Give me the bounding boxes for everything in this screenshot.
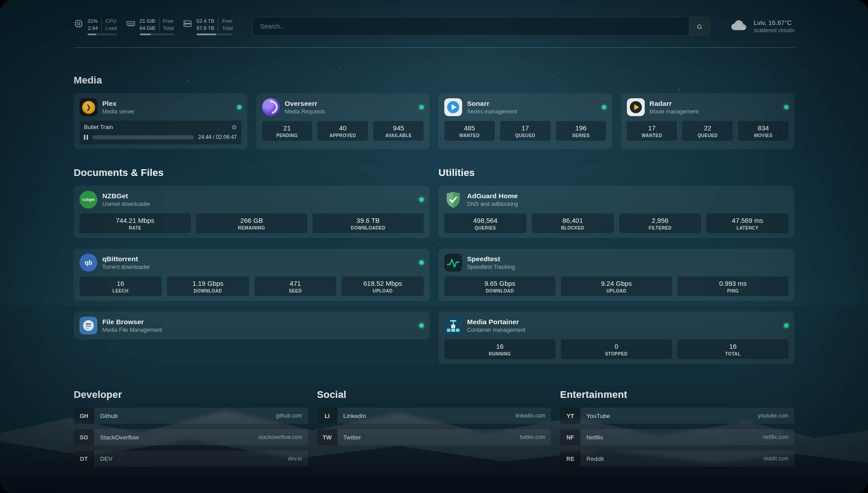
entertainment-section-title: Entertainment [560, 389, 794, 401]
stat-label: DOWNLOAD [446, 288, 554, 294]
stat-label: PENDING [264, 133, 311, 138]
cpu-widget: 31% CPU 2.94 Load [74, 17, 117, 35]
memory-progress-fill [140, 33, 151, 35]
search-input[interactable] [253, 17, 689, 35]
service-card-qbittorrent[interactable]: qb qBittorrent Torrent downloader 16 LEE… [74, 249, 430, 301]
service-card-filebrowser[interactable]: File Browser Media File Management [74, 312, 430, 339]
bookmark-dev[interactable]: DT DEV dev.to [74, 451, 308, 467]
status-dot [784, 323, 789, 328]
stat-queued: 22 QUEUED [682, 121, 733, 141]
stat-value: 39.6 TB [314, 216, 422, 225]
stat-label: FILTERED [621, 225, 700, 231]
stat-label: QUEUED [502, 133, 549, 138]
sonarr-icon [444, 98, 462, 116]
social-section-title: Social [317, 389, 551, 401]
service-card-nzbget[interactable]: nzbget NZBGet Usenet downloader 744.21 M… [74, 186, 430, 238]
radarr-icon [627, 98, 645, 116]
stat-label: LATENCY [708, 225, 787, 231]
bookmark-netflix[interactable]: NF Netflix netflix.com [560, 429, 794, 445]
middle-columns: Documents & Files nzbget NZBGet Usenet d… [74, 167, 794, 364]
cpu-icon [74, 19, 83, 30]
pause-icon[interactable] [84, 135, 88, 140]
stat-filtered: 2,956 FILTERED [619, 213, 701, 233]
stat-value: 9.24 Gbps [563, 279, 670, 288]
bookmark-linkedin[interactable]: LI LinkedIn linkedin.com [317, 408, 551, 424]
weather-condition: scattered clouds [754, 27, 794, 33]
bookmark-name: DEV [100, 455, 113, 462]
memory-free-value: 21 GiB [140, 17, 159, 25]
playback-time: 24:44 / 02:06:47 [198, 134, 237, 140]
plex-chevron-glyph: ❯ [82, 101, 95, 114]
memory-total-label: Total [159, 25, 174, 32]
stat-value: 2,956 [621, 216, 700, 225]
stat-label: SERIES [558, 133, 605, 138]
service-card-radarr[interactable]: Radarr Movie management 17 WANTED 22 QUE… [621, 93, 795, 149]
bookmark-name: Twitter [343, 434, 361, 441]
playback-progress-bar[interactable] [92, 135, 194, 139]
bookmark-url: linkedin.com [516, 413, 546, 419]
service-name: Overseerr [285, 99, 325, 108]
bookmark-columns: Developer GH Github github.com SO StackO… [74, 389, 794, 472]
bookmark-abbr: GH [74, 408, 94, 424]
stat-value: 21 [264, 124, 311, 132]
stat-value: 9.65 Gbps [446, 279, 554, 288]
service-card-adguard[interactable]: AdGuard Home DNS and adblocking 498,564 … [438, 186, 794, 238]
disk-total-label: Total [218, 25, 233, 32]
overseerr-icon [262, 98, 280, 116]
service-description: Media File Management [102, 326, 162, 334]
service-description: Container management [467, 326, 526, 334]
disk-free-value: 52.4 TB [196, 17, 218, 25]
bookmark-name: Github [100, 413, 118, 419]
stat-value: 1.19 Gbps [169, 279, 247, 288]
stat-ping: 0.993 ms PING [677, 276, 789, 296]
service-card-overseerr[interactable]: Overseerr Media Requests 21 PENDING 40 A… [256, 93, 430, 149]
search-provider-button[interactable]: G [689, 17, 709, 35]
media-cards: ❯ Plex Media server Bullet Train ⚙ [74, 93, 794, 149]
starfield-background [0, 0, 1, 1]
stat-label: BLOCKED [534, 225, 612, 231]
cpu-progress-fill [88, 33, 96, 35]
bookmark-youtube[interactable]: YT YouTube youtube.com [560, 408, 794, 424]
service-name: Radarr [650, 99, 699, 108]
bookmark-github[interactable]: GH Github github.com [74, 408, 308, 424]
stat-seed: 471 SEED [255, 276, 337, 296]
memory-widget: 21 GiB Free 64 GiB Total [126, 17, 174, 35]
stat-label: STOPPED [563, 351, 670, 357]
service-description: Speedtest Tracking [467, 263, 515, 271]
stat-label: LEECH [81, 288, 160, 294]
gear-icon[interactable]: ⚙ [231, 124, 237, 130]
section-documents-files: Documents & Files nzbget NZBGet Usenet d… [74, 167, 430, 364]
stat-label: MOVIES [740, 133, 787, 138]
stat-label: PING [679, 288, 787, 294]
stat-wanted: 485 WANTED [444, 121, 495, 141]
bookmark-name: Netflix [586, 434, 603, 441]
stat-series: 196 SERIES [556, 121, 606, 141]
memory-free-label: Free [159, 17, 174, 25]
stat-value: 47.569 ms [708, 216, 787, 225]
stat-approved: 40 APPROVED [317, 121, 368, 141]
adguard-shield-icon [444, 191, 462, 209]
status-dot [419, 197, 424, 202]
cpu-readout: 31% CPU 2.94 Load [88, 17, 117, 35]
service-card-portainer[interactable]: Media Portainer Container management 16 … [438, 312, 794, 364]
bookmark-url: netflix.com [763, 434, 789, 440]
bookmark-reddit[interactable]: RE Reddit reddit.com [560, 451, 794, 467]
bookmark-name: LinkedIn [343, 413, 366, 419]
stat-latency: 47.569 ms LATENCY [706, 213, 789, 233]
stat-value: 22 [684, 124, 731, 132]
service-card-sonarr[interactable]: Sonarr Series management 485 WANTED 17 Q… [438, 93, 612, 149]
stat-value: 0.993 ms [679, 279, 787, 288]
service-name: AdGuard Home [467, 192, 518, 200]
stat-value: 471 [256, 279, 335, 288]
service-card-plex[interactable]: ❯ Plex Media server Bullet Train ⚙ [74, 93, 247, 149]
stat-label: DOWNLOAD [169, 288, 247, 294]
bookmark-url: reddit.com [764, 455, 789, 462]
bookmark-twitter[interactable]: TW Twitter twitter.com [317, 429, 551, 445]
bookmark-stackoverflow[interactable]: SO StackOverflow stackoverflow.com [74, 429, 308, 445]
plex-icon: ❯ [79, 98, 97, 116]
stat-movies: 834 MOVIES [738, 121, 789, 141]
bookmark-abbr: DT [74, 451, 94, 467]
stat-value: 16 [81, 279, 160, 288]
service-card-speedtest[interactable]: Speedtest Speedtest Tracking 9.65 Gbps D… [438, 249, 794, 301]
status-dot [784, 105, 789, 109]
